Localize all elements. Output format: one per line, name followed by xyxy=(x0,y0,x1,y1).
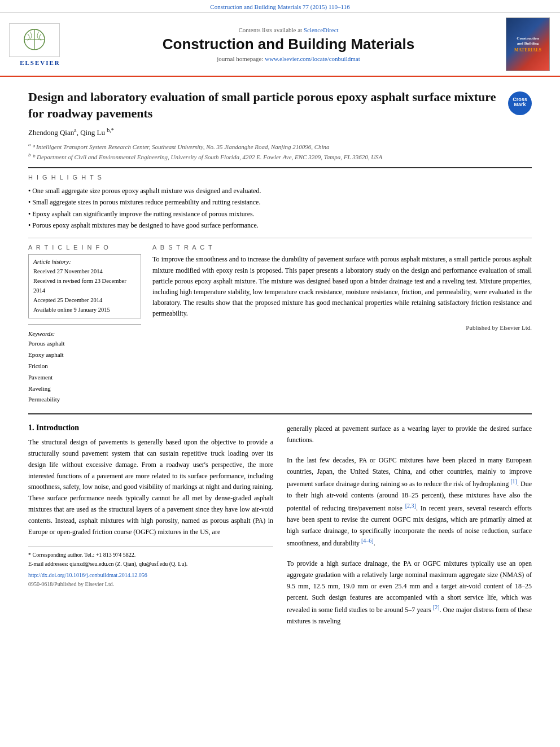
abstract-body-divider xyxy=(28,413,532,414)
highlights-divider xyxy=(28,238,532,238)
intro-section: 1. Introduction The structural design of… xyxy=(28,423,532,627)
svg-text:Mark: Mark xyxy=(514,102,526,107)
article-history-box: Article history: Received 27 November 20… xyxy=(28,254,141,318)
crossmark-badge[interactable]: Cross Mark xyxy=(508,91,532,115)
highlights-heading: H I G H L I G H T S xyxy=(28,174,532,181)
history-accepted: Accepted 25 December 2014 xyxy=(33,296,136,305)
list-item: Porous epoxy asphalt mixtures may be des… xyxy=(28,220,532,231)
journal-url-line: journal homepage: www.elsevier.com/locat… xyxy=(71,55,506,62)
history-online: Available online 9 January 2015 xyxy=(33,305,136,315)
article-container: Cross Mark Design and laboratory evaluat… xyxy=(0,77,560,639)
list-item: Epoxy asphalt xyxy=(28,350,141,361)
intro-left-col: 1. Introduction The structural design of… xyxy=(28,423,273,627)
journal-title: Construction and Building Materials xyxy=(71,36,506,53)
elsevier-logo-block: ELSEVIER xyxy=(9,23,71,66)
history-keywords-divider xyxy=(28,324,141,325)
affiliation-b: b ᵇ Department of Civil and Environmenta… xyxy=(28,151,532,161)
info-abstract-cols: A R T I C L E I N F O Article history: R… xyxy=(28,244,532,405)
keywords-list: Porous asphalt Epoxy asphalt Friction Pa… xyxy=(28,338,141,405)
contents-line: Contents lists available at ScienceDirec… xyxy=(71,27,506,33)
history-revised: Received in revised form 23 December 201… xyxy=(33,277,136,296)
journal-citation: Construction and Building Materials 77 (… xyxy=(0,0,560,13)
affiliations: a ᵃ Intelligent Transport System Researc… xyxy=(28,141,532,161)
keywords-label: Keywords: xyxy=(28,330,141,337)
intro-heading: 1. Introduction xyxy=(28,423,273,433)
history-label: Article history: xyxy=(33,258,136,265)
intro-text-right: generally placed at pavement surface as … xyxy=(287,423,532,446)
list-item: Porous asphalt xyxy=(28,338,141,350)
elsevier-text: ELSEVIER xyxy=(9,59,71,66)
article-info-heading: A R T I C L E I N F O xyxy=(28,244,141,251)
sciencedirect-link[interactable]: ScienceDirect xyxy=(304,27,339,33)
article-info-col: A R T I C L E I N F O Article history: R… xyxy=(28,244,141,405)
intro-text-left: The structural design of pavements is ge… xyxy=(28,437,273,538)
list-item: One small aggregate size porous epoxy as… xyxy=(28,185,532,196)
abstract-text: To improve the smoothness and to increas… xyxy=(152,254,532,319)
authors-line: Zhendong Qiana, Qing Lu b,* xyxy=(28,127,532,137)
published-by: Published by Elsevier Ltd. xyxy=(152,324,532,331)
intro-right-col: generally placed at pavement surface as … xyxy=(287,423,532,627)
cover-image: Constructionand Building MATERIALS xyxy=(506,18,550,71)
journal-header: ELSEVIER Contents lists available at Sci… xyxy=(0,13,560,77)
list-item: Raveling xyxy=(28,383,141,395)
list-item: Epoxy asphalt can significantly improve … xyxy=(28,208,532,220)
intro-text-right-3: To provide a high surface drainage, the … xyxy=(287,558,532,627)
elsevier-logo-image xyxy=(9,23,60,57)
journal-url-link[interactable]: www.elsevier.com/locate/conbuildmat xyxy=(265,55,360,62)
doi-line[interactable]: http://dx.doi.org/10.1016/j.conbuildmat.… xyxy=(28,571,273,580)
highlights-list: One small aggregate size porous epoxy as… xyxy=(28,185,532,231)
list-item: Pavement xyxy=(28,372,141,383)
article-title: Design and laboratory evaluation of smal… xyxy=(28,89,532,121)
highlights-section: H I G H L I G H T S One small aggregate … xyxy=(28,174,532,231)
abstract-heading: A B S T R A C T xyxy=(152,244,532,251)
history-received: Received 27 November 2014 xyxy=(33,267,136,277)
journal-center: Contents lists available at ScienceDirec… xyxy=(71,27,506,62)
list-item: Small aggregate sizes in porous mixtures… xyxy=(28,196,532,208)
affiliation-a: a ᵃ Intelligent Transport System Researc… xyxy=(28,141,532,151)
title-block: Cross Mark Design and laboratory evaluat… xyxy=(28,89,532,121)
abstract-col: A B S T R A C T To improve the smoothnes… xyxy=(152,244,532,405)
footnote-email: E-mail addresses: qianzd@seu.edu.cn (Z. … xyxy=(28,560,273,569)
journal-cover: Constructionand Building MATERIALS xyxy=(506,18,551,71)
footnote-area: * Corresponding author. Tel.: +1 813 974… xyxy=(28,547,273,589)
list-item: Permeability xyxy=(28,394,141,405)
list-item: Friction xyxy=(28,361,141,372)
citation-text: Construction and Building Materials 77 (… xyxy=(210,3,349,10)
footnote-star: * Corresponding author. Tel.: +1 813 974… xyxy=(28,551,273,560)
intro-text-right-2: In the last few decades, PA or OGFC mixt… xyxy=(287,455,532,549)
title-divider xyxy=(28,167,532,168)
issn-line: 0950-0618/Published by Elsevier Ltd. xyxy=(28,580,273,589)
